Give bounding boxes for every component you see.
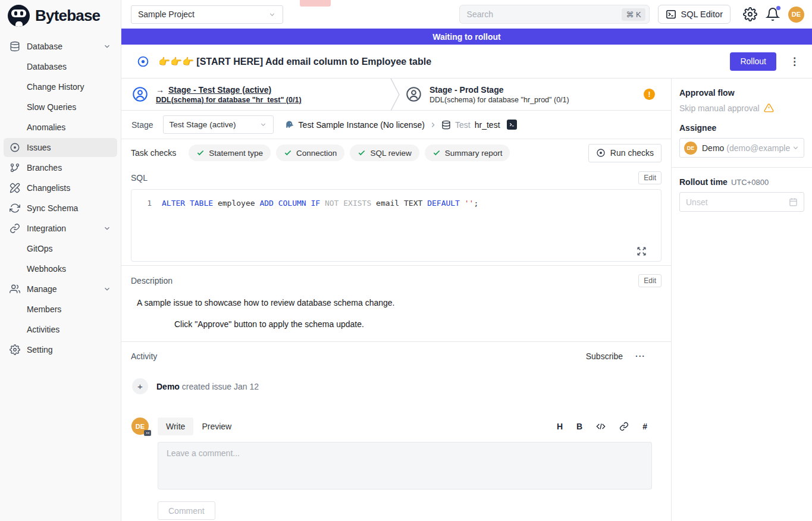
chevron-right-icon [429, 121, 437, 129]
sidebar-item-database[interactable]: Database [4, 37, 117, 56]
description-edit-button[interactable]: Edit [638, 274, 661, 287]
sidebar-item-sync-schema[interactable]: Sync Schema [4, 199, 117, 218]
instance-link[interactable]: Test Sample Instance (No license) [284, 120, 425, 130]
comment-textarea[interactable] [158, 442, 652, 489]
check-label: Statement type [209, 149, 263, 158]
hash-icon[interactable]: # [642, 422, 647, 431]
sidebar-item-label: Setting [27, 345, 111, 354]
sidebar-item-change-history[interactable]: Change History [4, 77, 117, 96]
project-select[interactable]: Sample Project [131, 5, 283, 24]
chevron-down-icon [259, 121, 267, 128]
calendar-icon [789, 197, 798, 206]
sidebar-item-changelists[interactable]: Changelists [4, 178, 117, 197]
check-icon [196, 149, 205, 157]
chevron-down-icon [103, 224, 111, 233]
database-icon [441, 120, 451, 130]
sidebar-item-gitops[interactable]: GitOps [4, 239, 117, 258]
sidebar-item-label: Members [27, 305, 61, 314]
check-statement-type[interactable]: Statement type [189, 145, 271, 161]
issue-status-icon [137, 55, 149, 68]
stage-card-test[interactable]: → Stage - Test Stage (active) DDL(schema… [121, 79, 390, 110]
database-name: hr_test [475, 120, 500, 130]
sidebar-item-label: GitOps [27, 244, 53, 253]
check-connection[interactable]: Connection [276, 145, 344, 161]
sidebar-item-label: Database [27, 42, 103, 51]
assignee-email: (demo@example [726, 143, 792, 153]
check-icon [432, 149, 441, 157]
database-icon [10, 41, 20, 52]
sidebar-item-integration[interactable]: Integration [4, 219, 117, 238]
assignee-title: Assignee [679, 123, 804, 133]
sql-editor-button[interactable]: SQL Editor [658, 5, 731, 24]
user-avatar[interactable]: DE [788, 7, 804, 23]
subscribe-link[interactable]: Subscribe [586, 351, 623, 361]
description-section: Description Edit A sample issue to showc… [121, 266, 671, 342]
terminal-icon [666, 9, 676, 20]
sidebar-item-setting[interactable]: Setting [4, 340, 117, 359]
check-summary-report[interactable]: Summary report [425, 145, 510, 161]
check-sql-review[interactable]: SQL review [350, 145, 419, 161]
expand-icon[interactable] [637, 246, 647, 256]
notification-dot [776, 6, 780, 10]
sidebar-item-label: Changelists [27, 183, 111, 193]
check-label: Summary report [445, 149, 503, 158]
active-stage-arrow: → [156, 85, 164, 95]
chevron-down-icon [103, 42, 111, 51]
rollout-button[interactable]: Rollout [730, 52, 776, 71]
stage-select-value: Test Stage (active) [170, 120, 259, 129]
sidebar-item-label: Webhooks [27, 264, 66, 274]
chevron-down-icon [792, 144, 800, 152]
sidebar-item-issues[interactable]: Issues [4, 138, 117, 157]
link-icon[interactable] [619, 422, 629, 431]
tab-write[interactable]: Write [158, 418, 193, 435]
more-menu-icon[interactable]: ⋮ [789, 55, 800, 68]
bytebase-logo[interactable]: Bytebase [0, 0, 121, 31]
rollout-time-input[interactable]: Unset [679, 192, 804, 212]
sidebar-item-label: Branches [27, 163, 111, 172]
stage-cards: → Stage - Test Stage (active) DDL(schema… [121, 79, 671, 111]
settings-gear-icon[interactable] [743, 7, 757, 21]
sidebar-item-label: Manage [27, 284, 103, 294]
sidebar-item-manage[interactable]: Manage [4, 280, 117, 299]
search-input[interactable] [467, 10, 622, 19]
issue-side-panel: Approval flow Skip manual approval Assig… [671, 79, 812, 521]
sidebar-item-label: Issues [27, 143, 111, 152]
sidebar-item-anomalies[interactable]: Anomalies [4, 118, 117, 137]
sidebar-item-label: Anomalies [27, 123, 65, 132]
stage-title: Stage - Test Stage (active) [168, 85, 271, 95]
check-icon [358, 149, 366, 157]
stage-subtitle: DDL(schema) for database "hr_test" (0/1) [156, 96, 302, 104]
stage-card-prod[interactable]: Stage - Prod Stage DDL(schema) for datab… [400, 79, 671, 110]
sidebar-item-webhooks[interactable]: Webhooks [4, 259, 117, 278]
sql-edit-button[interactable]: Edit [638, 171, 661, 184]
task-checks-label: Task checks [131, 148, 176, 158]
sidebar-item-members[interactable]: Members [4, 300, 117, 319]
sidebar-item-databases[interactable]: Databases [4, 57, 117, 76]
assignee-select[interactable]: DE Demo (demo@example [679, 138, 804, 158]
comment-composer: DE Write Preview H B [131, 418, 661, 520]
database-link[interactable]: Test hr_test [441, 120, 500, 130]
app: Bytebase Database Databases Change Histo… [0, 0, 812, 521]
description-text: Click "Approve" button to apply the sche… [131, 319, 661, 329]
sidebar-item-activities[interactable]: Activities [4, 320, 117, 339]
search-box[interactable]: ⌘ K [459, 5, 650, 24]
heading-icon[interactable]: H [557, 422, 563, 431]
sidebar-item-label: Change History [27, 82, 84, 92]
issue-header: 👉👉👉 [START HERE] Add email column to Emp… [121, 45, 812, 79]
ellipsis-menu-icon[interactable]: ··· [635, 351, 645, 361]
open-sql-editor-icon[interactable] [507, 120, 517, 130]
comment-button[interactable]: Comment [158, 501, 215, 520]
run-checks-button[interactable]: Run checks [588, 144, 661, 162]
sidebar-item-branches[interactable]: Branches [4, 158, 117, 177]
sidebar-item-slow-queries[interactable]: Slow Queries [4, 98, 117, 117]
timezone-label: UTC+0800 [731, 178, 769, 187]
code-icon[interactable] [596, 422, 606, 431]
check-icon [284, 149, 292, 157]
approval-flow-value: Skip manual approval [679, 103, 760, 113]
stage-select[interactable]: Test Stage (active) [163, 115, 274, 134]
run-icon [596, 148, 606, 158]
notifications-bell-icon[interactable] [766, 7, 780, 21]
bold-icon[interactable]: B [576, 422, 582, 431]
status-banner: Waiting to rollout [121, 29, 812, 45]
tab-preview[interactable]: Preview [193, 418, 240, 435]
